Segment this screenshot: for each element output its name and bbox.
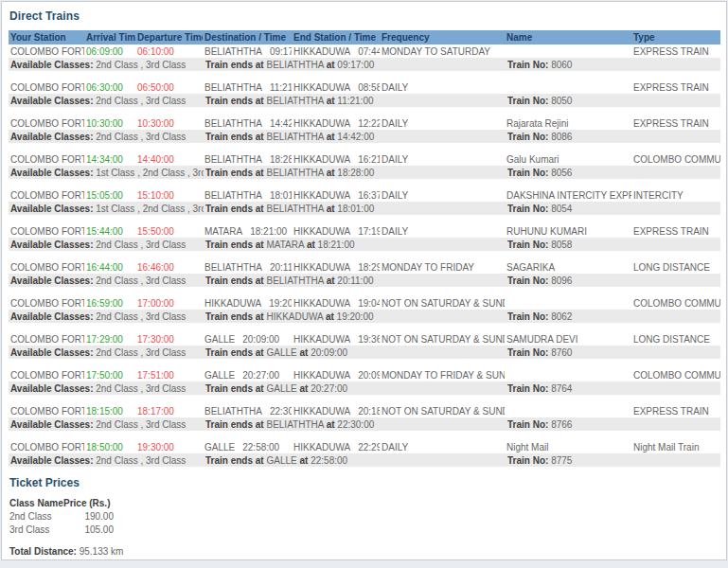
train-row: COLOMBO FORT 17:29:00 17:30:00 GALLE 20:… (9, 332, 720, 346)
end-station-cell: HIKKADUWA 07:44:00 (292, 46, 380, 57)
train-no-cell: Train No: 8775 (506, 455, 632, 466)
frequency-cell: MONDAY TO FRIDAY & SUNDAY (380, 370, 505, 381)
train-name-cell: SAMUDRA DEVI (505, 334, 631, 345)
destination-time: 20:09:00 (242, 334, 279, 345)
available-classes-value: 2nd Class , 3rd Class (96, 132, 186, 142)
destination-cell: BELIATHTHA 18:28:00 (203, 154, 292, 165)
available-classes-label: Available Classes: (10, 383, 93, 394)
destination-time: 22:30:00 (270, 406, 292, 417)
train-ends-cell: Train ends at MATARA at 18:21:00 (204, 240, 506, 250)
train-details-row: Available Classes: 2nd Class , 3rd Class… (9, 274, 720, 287)
train-ends-time: 20:09:00 (311, 347, 347, 358)
destination-station: BELIATHTHA (204, 262, 262, 273)
train-ends-time: 22:58:00 (311, 455, 347, 466)
frequency-cell: DAILY (380, 226, 505, 237)
price-row-class: 2nd Class (9, 510, 63, 524)
destination-station: BELIATHTHA (204, 118, 262, 129)
destination-station: BELIATHTHA (204, 190, 262, 201)
available-classes-cell: Available Classes: 2nd Class , 3rd Class (9, 419, 204, 430)
train-no-value: 8060 (551, 60, 572, 70)
destination-cell: BELIATHTHA 22:30:00 (203, 406, 292, 417)
available-classes-label: Available Classes: (10, 168, 93, 178)
destination-cell: BELIATHTHA 18:01:00 (203, 190, 292, 201)
direct-trains-title: Direct Trains (9, 9, 720, 23)
total-distance: Total Distance: 95.133 km (9, 546, 720, 557)
arrival-time-cell: 06:09:00 (84, 46, 135, 57)
train-row: COLOMBO FORT 06:30:00 06:50:00 BELIATHTH… (9, 80, 720, 94)
header-type: Type (631, 32, 720, 43)
train-ends-label: Train ends at (205, 168, 264, 178)
train-ends-label: Train ends at (205, 132, 264, 142)
end-station-cell: HIKKADUWA 17:19:00 (292, 226, 380, 237)
end-station: HIKKADUWA (293, 262, 350, 273)
available-classes-label: Available Classes: (10, 204, 93, 214)
train-type-cell: EXPRESS TRAIN (631, 406, 720, 417)
destination-station: GALLE (204, 334, 235, 345)
end-station: HIKKADUWA (293, 226, 350, 237)
available-classes-value: 2nd Class , 3rd Class (96, 240, 186, 250)
train-name-cell: DAKSHINA INTERCITY EXPRESS (505, 190, 631, 201)
end-station: HIKKADUWA (293, 154, 350, 165)
train-ends-label: Train ends at (205, 60, 264, 70)
train-block: COLOMBO FORT 15:05:00 15:10:00 BELIATHTH… (9, 188, 720, 215)
train-ends-station: MATARA (266, 240, 304, 250)
train-block: COLOMBO FORT 17:50:00 17:51:00 GALLE 20:… (9, 368, 720, 395)
train-row: COLOMBO FORT 14:34:00 14:40:00 BELIATHTH… (9, 152, 720, 166)
train-no-cell: Train No: 8060 (506, 60, 632, 70)
frequency-cell: DAILY (380, 118, 505, 129)
train-ends-label: Train ends at (205, 383, 264, 394)
train-no-cell: Train No: 8086 (506, 132, 632, 142)
frequency-cell: NOT ON SATURDAY & SUNDAY (380, 334, 505, 345)
available-classes-value: 2nd Class , 3rd Class (96, 347, 186, 358)
price-header-price: Price (Rs.) (63, 497, 114, 510)
available-classes-cell: Available Classes: 1st Class , 2nd Class… (9, 204, 204, 214)
at-label: at (327, 96, 335, 106)
departure-time-cell: 15:10:00 (135, 190, 203, 201)
arrival-time-cell: 18:50:00 (84, 442, 135, 453)
destination-cell: GALLE 22:58:00 (203, 442, 292, 453)
destination-cell: BELIATHTHA 20:11:00 (203, 262, 292, 273)
train-details-row: Available Classes: 2nd Class , 3rd Class… (9, 310, 720, 323)
train-type-cell: LONG DISTANCE (631, 262, 720, 273)
end-station: HIKKADUWA (293, 46, 350, 57)
train-no-label: Train No: (507, 96, 548, 106)
your-station-cell: COLOMBO FORT (9, 334, 84, 345)
departure-time-cell: 10:30:00 (135, 118, 203, 129)
destination-cell: GALLE 20:27:00 (203, 370, 292, 381)
price-header-class: Class Name (9, 497, 63, 510)
train-ends-cell: Train ends at BELIATHTHA at 14:42:00 (204, 132, 506, 142)
train-no-value: 8058 (551, 240, 572, 250)
your-station-cell: COLOMBO FORT (9, 190, 84, 201)
train-details-row: Available Classes: 2nd Class , 3rd Class… (9, 130, 720, 143)
ticket-prices-title: Ticket Prices (9, 476, 720, 489)
end-station-cell: HIKKADUWA 16:37:00 (292, 190, 380, 201)
available-classes-label: Available Classes: (10, 311, 93, 322)
destination-station: GALLE (204, 370, 235, 381)
available-classes-value: 2nd Class , 3rd Class (96, 96, 186, 106)
end-station-cell: HIKKADUWA 19:04:00 (292, 298, 380, 309)
destination-time: 11:21:00 (270, 82, 292, 93)
train-name-cell: Rajarata Rejini (505, 118, 631, 129)
end-station: HIKKADUWA (293, 190, 350, 201)
at-label: at (300, 455, 309, 466)
your-station-cell: COLOMBO FORT (9, 442, 84, 453)
train-row: COLOMBO FORT 18:50:00 19:30:00 GALLE 22:… (9, 440, 720, 453)
available-classes-cell: Available Classes: 2nd Class , 3rd Class (9, 311, 204, 322)
destination-cell: MATARA 18:21:00 (203, 226, 292, 237)
train-ends-label: Train ends at (205, 347, 264, 358)
train-no-value: 8766 (551, 419, 572, 430)
end-station-time: 17:19:00 (358, 226, 380, 237)
train-details-row: Available Classes: 2nd Class , 3rd Class… (9, 238, 720, 251)
train-row: COLOMBO FORT 10:30:00 10:30:00 BELIATHTH… (9, 116, 720, 130)
at-label: at (326, 311, 334, 322)
destination-time: 18:28:00 (270, 154, 292, 165)
train-details-row: Available Classes: 2nd Class , 3rd Class… (9, 453, 720, 467)
train-block: COLOMBO FORT 15:44:00 15:50:00 MATARA 18… (9, 224, 720, 251)
header-end-station-time: End Station / Time (292, 32, 380, 43)
train-row: COLOMBO FORT 15:44:00 15:50:00 MATARA 18… (9, 224, 720, 238)
destination-time: 14:42:00 (270, 118, 292, 129)
train-type-cell: EXPRESS TRAIN (631, 82, 720, 93)
end-station: HIKKADUWA (293, 442, 350, 453)
departure-time-cell: 19:30:00 (135, 442, 203, 453)
arrival-time-cell: 10:30:00 (84, 118, 135, 129)
